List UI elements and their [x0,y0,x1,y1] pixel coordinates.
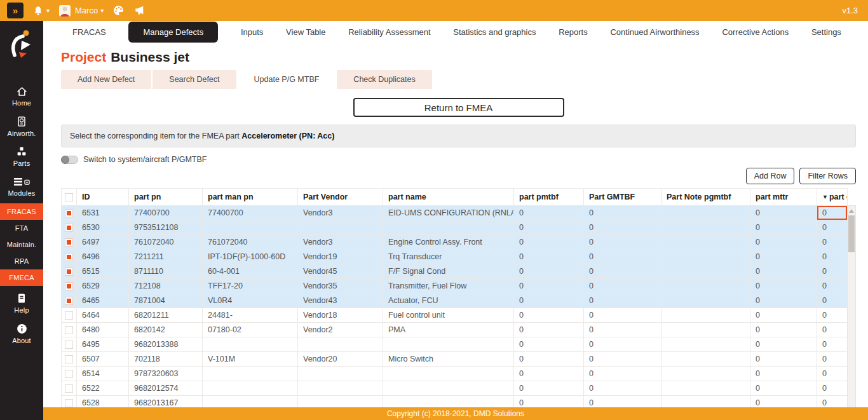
cell-part-pn[interactable]: 9682013167 [129,396,203,408]
cell-part-note[interactable] [661,337,750,352]
cell-part-pmtbf[interactable]: 0 [514,294,584,308]
cell-part-pmtbf[interactable]: 0 [514,323,584,337]
cell-part-note[interactable] [661,308,750,323]
cell-part-man-pn[interactable]: 24481- [203,308,298,323]
cell-part-count[interactable]: 0 [817,264,848,279]
cell-part-gmtbf[interactable]: 0 [584,352,661,367]
table-row[interactable]: 6531 77400700 77400700 Vendor3 EID-UMS C… [62,206,848,220]
row-checkbox[interactable] [65,384,73,393]
cell-part-name[interactable]: Micro Switch [383,352,514,367]
col-header-part-vendor[interactable]: Part Vendor [298,189,383,206]
cell-part-pn[interactable]: 8711110 [129,264,203,279]
cell-part-pn[interactable]: 702118 [129,352,203,367]
system-aircraft-toggle[interactable] [61,156,78,164]
cell-part-vendor[interactable]: Vendor43 [298,294,383,308]
cell-part-vendor[interactable] [298,381,383,396]
cell-part-mttr[interactable]: 0 [750,294,817,308]
cell-part-man-pn[interactable]: 07180-02 [203,323,298,337]
cell-part-man-pn[interactable]: 60-4-001 [203,264,298,279]
row-checkbox[interactable] [65,370,73,378]
cell-part-count[interactable]: 0 [817,381,848,396]
col-header-part-pmtbf[interactable]: part pmtbf [514,189,584,206]
cell-part-count[interactable]: 0 [817,367,848,381]
notifications-bell-icon[interactable]: ▾ [32,5,50,17]
col-header-part-mttr[interactable]: part mttr [750,189,817,206]
cell-part-gmtbf[interactable]: 0 [584,250,661,264]
table-row[interactable]: 6495 9682013388 0 0 0 0 [62,337,848,352]
cell-part-vendor[interactable]: Vendor18 [298,308,383,323]
cell-part-name[interactable]: Transmitter, Fuel Flow [383,279,514,294]
table-row[interactable]: 6496 7211211 IPT-1DF(P)-1000-60D Vendor1… [62,250,848,264]
row-checkbox[interactable] [65,238,73,247]
cell-part-pn[interactable]: 9682012574 [129,381,203,396]
cell-part-pmtbf[interactable]: 0 [514,352,584,367]
col-header-id[interactable]: ID [77,189,129,206]
col-header-part-gmtbf[interactable]: Part GMTBF [584,189,661,206]
nav-tab[interactable]: Manage Defects [128,22,218,43]
cell-part-note[interactable] [661,323,750,337]
col-header-part-note-pgmtbf[interactable]: Part Note pgmtbf [661,189,750,206]
table-row[interactable]: 6507 702118 V-101M Vendor20 Micro Switch… [62,352,848,367]
row-checkbox[interactable] [65,268,73,276]
cell-part-pmtbf[interactable]: 0 [514,264,584,279]
theme-palette-icon[interactable] [112,4,125,17]
col-header-part-count[interactable]: ▼part co [817,189,848,206]
table-scrollbar[interactable] [847,205,856,407]
cell-part-vendor[interactable] [298,396,383,408]
nav-tab[interactable]: Settings [811,27,841,37]
row-checkbox[interactable] [65,341,73,349]
cell-part-note[interactable] [661,279,750,294]
cell-part-pmtbf[interactable]: 0 [514,367,584,381]
row-checkbox[interactable] [65,311,73,320]
cell-part-note[interactable] [661,206,750,220]
cell-part-pn[interactable]: 77400700 [129,206,203,220]
table-row[interactable]: 6514 9787320603 0 0 0 0 [62,367,848,381]
table-row[interactable]: 6497 761072040 761072040 Vendor3 Engine … [62,235,848,250]
col-header-part-man-pn[interactable]: part man pn [203,189,298,206]
cell-id[interactable]: 6528 [77,396,129,408]
cell-id[interactable]: 6507 [77,352,129,367]
table-row[interactable]: 6480 6820142 07180-02 Vendor2 PMA 0 0 0 … [62,323,848,337]
table-row[interactable]: 6522 9682012574 0 0 0 0 [62,381,848,396]
sidebar-item-about[interactable]: About [0,320,43,347]
sidebar-item-fta[interactable]: FTA [0,220,43,236]
cell-part-man-pn[interactable] [203,367,298,381]
nav-tab[interactable]: Continued Airworthiness [610,27,699,37]
sidebar-item-parts[interactable]: Parts [0,144,43,170]
nav-tab[interactable]: Corrective Actions [722,27,789,37]
cell-part-note[interactable] [661,396,750,408]
cell-part-man-pn[interactable]: VL0R4 [203,294,298,308]
cell-id[interactable]: 6531 [77,206,129,220]
app-logo-bird-icon[interactable] [7,27,36,60]
cell-part-man-pn[interactable]: 761072040 [203,235,298,250]
cell-part-pmtbf[interactable]: 0 [514,308,584,323]
cell-part-count[interactable]: 0 [817,352,848,367]
cell-part-vendor[interactable]: Vendor20 [298,352,383,367]
sidebar-item-modules[interactable]: Modules [0,173,43,200]
cell-id[interactable]: 6495 [77,337,129,352]
cell-part-pn[interactable]: 9682013388 [129,337,203,352]
cell-part-vendor[interactable]: Vendor2 [298,323,383,337]
sidebar-item-fmeca[interactable]: FMECA [0,269,43,286]
row-checkbox[interactable] [65,297,73,305]
cell-part-name[interactable]: F/F Signal Cond [383,264,514,279]
cell-part-note[interactable] [661,235,750,250]
cell-part-pn[interactable]: 9787320603 [129,367,203,381]
cell-part-pn[interactable]: 7871004 [129,294,203,308]
row-checkbox[interactable] [65,355,73,363]
cell-part-pmtbf[interactable]: 0 [514,381,584,396]
scrollbar-thumb[interactable] [848,215,855,252]
cell-part-pn[interactable]: 712108 [129,279,203,294]
cell-part-gmtbf[interactable]: 0 [584,308,661,323]
cell-id[interactable]: 6480 [77,323,129,337]
cell-part-count[interactable]: 0 [817,396,848,408]
announcements-megaphone-icon[interactable] [133,4,146,17]
cell-part-pn[interactable]: 6820142 [129,323,203,337]
col-header-part-name[interactable]: part name [383,189,514,206]
subtab[interactable]: Update P/G MTBF [238,70,336,89]
cell-part-gmtbf[interactable]: 0 [584,235,661,250]
cell-part-vendor[interactable] [298,337,383,352]
sidebar-item-home[interactable]: Home [0,83,43,109]
col-header-part-pn[interactable]: part pn [129,189,203,206]
cell-part-count[interactable]: 0 [817,250,848,264]
